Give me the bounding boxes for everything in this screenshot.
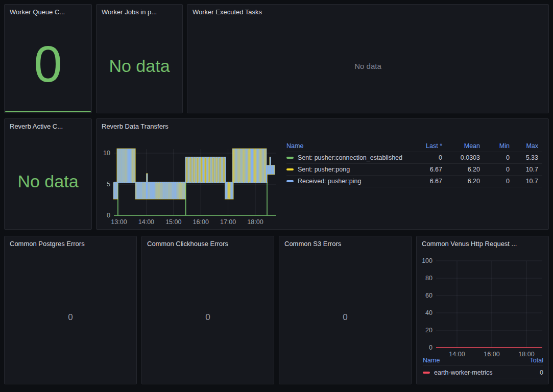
legend-series-name[interactable]: Sent: pusher:connection_established (286, 154, 408, 161)
reverb-time-series-chart[interactable]: 051013:0014:0015:0016:0017:0018:00 (97, 146, 280, 229)
stat-value: 0 (205, 312, 210, 323)
legend-series-label: Sent: pusher:pong (298, 166, 350, 173)
series-color-swatch-icon (286, 168, 294, 170)
legend-value-last: 6.67 (408, 166, 442, 173)
x-axis-tick: 15:00 (165, 218, 181, 226)
legend-row[interactable]: Received: pusher:ping6.676.20010.7 (286, 176, 542, 187)
panel-postgres-errors: Common Postgres Errors 0 (4, 236, 137, 384)
legend-header-row: NameLast *MeanMinMax (286, 140, 542, 152)
legend-row[interactable]: Sent: pusher:pong6.676.20010.7 (286, 164, 542, 176)
panel-title[interactable]: Common Clickhouse Errors (147, 240, 269, 248)
legend-header-total[interactable]: Total (508, 357, 543, 364)
legend-value-min: 0 (480, 166, 510, 173)
panel-reverb-data-transfers: Reverb Data Transfers 051013:0014:0015:0… (96, 118, 549, 230)
stat-value: 0 (34, 38, 62, 89)
legend-row[interactable]: Sent: pusher:connection_established00.03… (286, 152, 542, 164)
legend-header-row: NameTotal (423, 355, 543, 366)
legend-value-mean: 6.20 (442, 178, 480, 185)
x-axis-tick: 16:00 (193, 218, 209, 226)
panel-worker-jobs: Worker Jobs in p... No data (96, 4, 183, 113)
panel-title[interactable]: Reverb Data Transfers (102, 122, 543, 130)
stat-value: No data (17, 172, 78, 191)
reverb-legend-table: NameLast *MeanMinMaxSent: pusher:connect… (286, 140, 542, 187)
y-axis-tick: 0 (107, 212, 110, 219)
stat-value: No data (109, 56, 170, 76)
panel-worker-queue: Worker Queue C... 0 (4, 4, 92, 113)
panel-title[interactable]: Worker Executed Tasks (193, 8, 543, 16)
y-axis-tick: 20 (425, 327, 432, 334)
legend-series-name[interactable]: Received: pusher:ping (286, 178, 408, 185)
y-axis-tick: 100 (422, 257, 432, 264)
legend-series-label: Sent: pusher:connection_established (298, 154, 402, 161)
x-axis-tick: 13:00 (111, 218, 127, 226)
legend-value-last: 0 (408, 154, 442, 161)
legend-series-label: Received: pusher:ping (298, 178, 361, 185)
panel-worker-executed-tasks: Worker Executed Tasks No data (187, 4, 549, 113)
x-axis-tick: 14:00 (138, 218, 154, 226)
legend-value-min: 0 (480, 178, 510, 185)
legend-header-name[interactable]: Name (286, 142, 408, 150)
panel-venus-http-request: Common Venus Http Request ... 0204060801… (416, 236, 549, 384)
stat-value: 0 (343, 312, 347, 323)
y-axis-tick: 5 (107, 181, 110, 188)
panel-s3-errors: Common S3 Errors 0 (279, 236, 412, 384)
legend-value-max: 10.7 (510, 166, 542, 173)
legend-header-min[interactable]: Min (480, 142, 510, 150)
legend-value-min: 0 (480, 154, 510, 161)
panel-clickhouse-errors: Common Clickhouse Errors 0 (141, 236, 274, 384)
dashboard: Worker Queue C... 0 Worker Jobs in p... … (0, 0, 553, 392)
x-axis-tick: 17:00 (220, 218, 236, 226)
x-axis-tick: 18:00 (247, 218, 263, 226)
legend-value-total: 0 (508, 369, 543, 376)
stat-sparkline (5, 111, 91, 112)
stat-value: 0 (68, 312, 73, 323)
panel-reverb-active: Reverb Active C... No data (4, 118, 92, 230)
legend-value-mean: 6.20 (442, 166, 480, 173)
legend-series-label: earth-worker-metrics (434, 369, 493, 376)
panel-title[interactable]: Reverb Active C... (10, 122, 86, 130)
legend-value-max: 5.33 (510, 154, 542, 161)
venus-time-series-chart[interactable]: 02040608010014:0016:0018:00 (417, 255, 548, 360)
y-axis-tick: 80 (425, 275, 432, 282)
panel-title[interactable]: Common S3 Errors (284, 240, 406, 248)
legend-series-name[interactable]: Sent: pusher:pong (286, 166, 408, 173)
panel-title[interactable]: Common Postgres Errors (10, 240, 131, 248)
panel-title[interactable]: Common Venus Http Request ... (422, 240, 543, 248)
legend-header-last[interactable]: Last * (408, 142, 442, 150)
legend-series-name[interactable]: earth-worker-metrics (423, 369, 508, 376)
legend-header-max[interactable]: Max (510, 142, 542, 150)
series-color-swatch-icon (286, 180, 294, 182)
y-axis-tick: 10 (103, 150, 110, 157)
y-axis-tick: 60 (425, 292, 432, 299)
y-axis-tick: 40 (425, 309, 432, 316)
panel-title[interactable]: Worker Queue C... (10, 8, 86, 16)
no-data-message: No data (354, 62, 381, 70)
legend-header-name[interactable]: Name (423, 357, 508, 364)
legend-value-mean: 0.0303 (442, 154, 480, 161)
series-color-swatch-icon (423, 372, 430, 374)
legend-value-max: 10.7 (510, 178, 542, 185)
panel-title[interactable]: Worker Jobs in p... (102, 8, 177, 16)
y-axis-tick: 0 (429, 344, 432, 351)
legend-value-last: 6.67 (408, 178, 442, 185)
legend-row[interactable]: earth-worker-metrics0 (423, 366, 543, 379)
series-color-swatch-icon (286, 157, 294, 159)
legend-header-mean[interactable]: Mean (442, 142, 480, 150)
venus-legend-table: NameTotalearth-worker-metrics0 (423, 355, 543, 379)
